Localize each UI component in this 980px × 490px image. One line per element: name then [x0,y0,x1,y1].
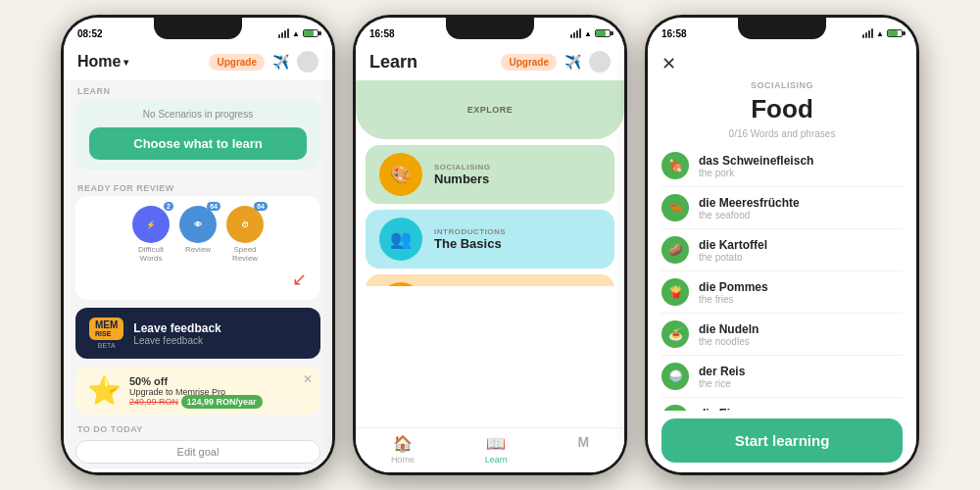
learn-card: No Scenarios in progress Choose what to … [75,99,320,170]
signal-icon [278,28,289,38]
edit-goal-button[interactable]: Edit goal [75,440,320,464]
m-nav-icon: M [577,434,589,450]
mem-logo-wrap: MEMRISE BETA [89,318,123,349]
promo-text: 50% off Upgrade to Memrise Pro 249,99 RO… [129,375,309,407]
word-kartoffel: 🥔 die Kartoffel the potato [662,229,903,271]
status-icons-3: ▲ [862,28,903,38]
review-badge: 64 [207,202,220,211]
word-text-2: die Meeresfrüchte the seafood [699,196,903,220]
bottom-nav-1: 🏠 Home 📖 Learn [64,467,332,472]
word-icon-2: 🦐 [662,194,689,221]
home-header: Home ▾ Upgrade ✈️ [64,45,332,80]
time-3: 16:58 [662,28,687,39]
new-price: 124,99 RON/year [181,395,263,409]
promo-price: 249,99 RON 124,99 RON/year [129,397,309,407]
screen-2: Learn Upgrade ✈️ EXPLORE 🎨 SOCIALISING N… [356,45,624,472]
plane-icon: ✈️ [272,54,289,70]
screen-1: Home ▾ Upgrade ✈️ LEARN No Scenarios in … [64,45,332,472]
choose-what-to-learn-button[interactable]: Choose what to learn [89,127,307,160]
wifi-icon: ▲ [292,29,300,38]
learn-items-list: 🎨 SOCIALISING Numbers 👥 INTRODUCTIONS Th… [356,145,624,286]
english-3: the potato [699,252,903,263]
nav-m[interactable]: M [577,434,589,465]
phone-1: 08:52 ▲ Home ▾ Upgrade ✈️ [61,15,335,475]
difficult-label: DifficultWords [138,245,164,263]
speed-review-item[interactable]: ⏱ 64 SpeedReview [226,206,264,263]
difficult-words-item[interactable]: ⚡ 2 DifficultWords [132,206,170,263]
arrow-hint: ↙ [89,269,307,290]
header-right: Upgrade ✈️ [209,51,318,73]
word-eier: 🥚 die Eier the eggs [662,398,903,411]
learn-nav-label-2: Learn [485,455,508,465]
beta-label: BETA [98,342,116,349]
phone-2: 16:58 ▲ Learn Upgrade ✈️ EXPLORE [353,15,627,475]
review-circle: 👁 64 [179,206,217,243]
battery-icon-3 [887,29,903,37]
plane-icon-2: ✈️ [564,54,581,70]
learn-item-restaurant[interactable]: 📖 BASICS At the Restaurant [366,274,614,286]
review-card: ⚡ 2 DifficultWords 👁 64 Review [75,196,320,300]
home-title: Home ▾ [77,53,128,71]
word-list: 🍖 das Schweinefleisch the pork 🦐 die Mee… [648,145,916,411]
basics-icon: 👥 [379,218,422,261]
word-text-1: das Schweinefleisch the pork [699,154,903,178]
time-2: 16:58 [369,28,395,39]
learn-item-basics[interactable]: 👥 INTRODUCTIONS The Basics [366,210,614,269]
avatar[interactable] [297,51,318,73]
review-items: ⚡ 2 DifficultWords 👁 64 Review [89,206,307,263]
feedback-sub: Leave feedback [133,335,220,346]
word-text-6: der Reis the rice [699,365,903,389]
word-text-3: die Kartoffel the potato [699,238,903,263]
food-title: Food [648,92,916,126]
signal-icon-2 [570,28,581,38]
word-nudeln: 🍝 die Nudeln the noodles [662,314,903,356]
feedback-card[interactable]: MEMRISE BETA Leave feedback Leave feedba… [75,308,320,359]
promo-card: ⭐ 50% off Upgrade to Memrise Pro 249,99 … [75,367,320,415]
speed-badge: 64 [254,202,268,211]
learn-item-numbers[interactable]: 🎨 SOCIALISING Numbers [366,145,614,204]
upgrade-button-2[interactable]: Upgrade [501,54,557,71]
signal-icon-3 [862,28,873,38]
close-button[interactable]: ✕ [662,53,676,74]
word-text-4: die Pommes the fries [699,280,903,305]
explore-label: EXPLORE [467,105,514,115]
footer-3: Start learning [648,411,916,472]
word-pommes: 🍟 die Pommes the fries [662,271,903,314]
wifi-icon-2: ▲ [584,29,592,38]
nav-learn-2[interactable]: 📖 Learn [485,434,508,465]
notch-3 [738,18,826,39]
speed-label: SpeedReview [232,245,258,263]
feedback-text: Leave feedback Leave feedback [133,321,220,346]
review-item[interactable]: 👁 64 Review [179,206,217,263]
german-2: die Meeresfrüchte [699,196,903,210]
german-5: die Nudeln [699,322,903,336]
food-progress: 0/16 Words and phrases [648,126,916,145]
avatar-2[interactable] [589,51,611,73]
numbers-category: SOCIALISING [434,163,601,172]
upgrade-button[interactable]: Upgrade [209,54,265,71]
food-category-label: SOCIALISING [648,78,916,92]
german-1: das Schweinefleisch [699,154,903,168]
screen-3: ✕ SOCIALISING Food 0/16 Words and phrase… [648,45,916,472]
word-icon-3: 🥔 [662,236,689,264]
numbers-name: Numbers [434,172,601,186]
difficult-words-circle: ⚡ 2 [132,206,170,243]
basics-category: INTRODUCTIONS [434,227,601,236]
start-learning-button[interactable]: Start learning [662,418,903,463]
learn-nav-icon-2: 📖 [486,434,506,453]
bottom-nav-2: 🏠 Home 📖 Learn M [356,427,624,472]
german-6: der Reis [699,365,903,378]
promo-close-button[interactable]: ✕ [303,372,313,386]
notch-2 [446,18,534,39]
nav-home-2[interactable]: 🏠 Home [391,434,415,465]
notch-1 [154,18,242,39]
basics-name: The Basics [434,236,601,251]
difficult-badge: 2 [164,202,173,211]
learn-label: LEARN [64,80,332,99]
numbers-text: SOCIALISING Numbers [434,163,601,186]
word-meeresfruchte: 🦐 die Meeresfrüchte the seafood [662,187,903,229]
home-nav-icon-2: 🏠 [393,434,413,453]
word-icon-4: 🍟 [662,278,689,306]
word-icon-6: 🍚 [662,363,689,390]
learn-header-right: Upgrade ✈️ [501,51,611,73]
